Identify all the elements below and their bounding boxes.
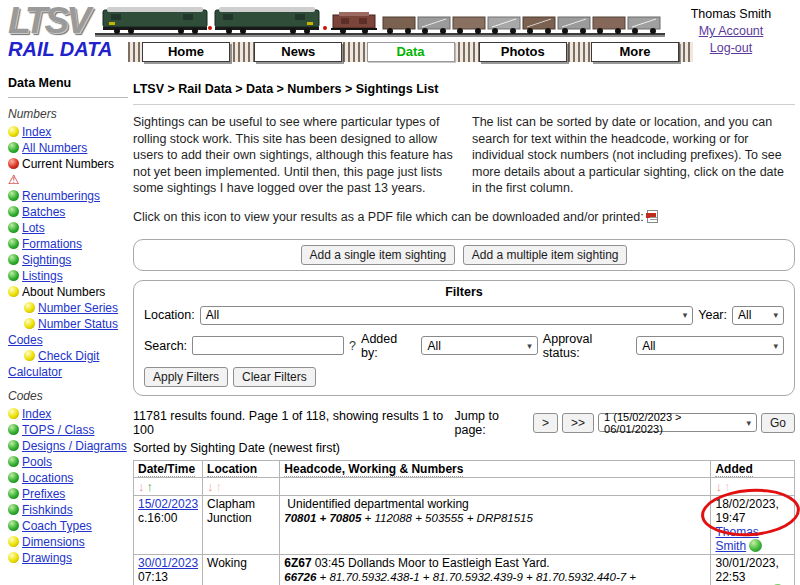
tab-data[interactable]: Data <box>367 42 455 62</box>
added-by-select[interactable]: All▾ <box>421 336 537 355</box>
sort-controls-row: ↓↑ ↓↑ ↓↑ <box>134 477 795 495</box>
breadcrumb-divider <box>133 104 795 105</box>
sidebar-item-listings[interactable]: Listings <box>8 268 128 284</box>
stock-numbers: + 112088 + 503555 + DRP81515 <box>361 512 532 524</box>
stock-numbers-bold: 70801 + 70805 <box>284 512 361 524</box>
sighting-location: Clapham Junction <box>203 495 280 554</box>
status-dot-green-icon <box>8 440 19 451</box>
tab-more[interactable]: More <box>591 42 679 62</box>
table-row: 30/01/2023 07:13 Woking 6Z6703:45 Dollan… <box>134 554 795 585</box>
sighting-location: Woking <box>203 554 280 585</box>
status-dot-yellow-icon <box>8 552 19 563</box>
col-header-added: Added <box>715 462 752 477</box>
chevron-down-icon: ▾ <box>527 341 532 351</box>
logout-link[interactable]: Log-out <box>676 40 786 57</box>
tab-home[interactable]: Home <box>142 42 230 62</box>
approval-status-select[interactable]: All▾ <box>636 336 784 355</box>
my-account-link[interactable]: My Account <box>676 23 786 40</box>
sidebar-item-check-digit-calculator[interactable]: Check Digit Calculator <box>8 348 128 380</box>
status-dot-green-icon <box>8 472 19 483</box>
sort-date-asc-icon[interactable]: ↑ <box>147 479 156 494</box>
search-input[interactable] <box>192 336 344 355</box>
tab-news[interactable]: News <box>254 42 342 62</box>
sidebar-item-drawings[interactable]: Drawings <box>8 550 128 566</box>
user-name: Thomas Smith <box>676 6 786 23</box>
apply-filters-button[interactable]: Apply Filters <box>144 367 228 387</box>
go-button[interactable]: Go <box>761 413 795 433</box>
sightings-table: Date/Time Location Headcode, Working & N… <box>133 460 795 585</box>
sidebar-item-renumberings[interactable]: Renumberings <box>8 188 128 204</box>
sidebar-item-index[interactable]: Index <box>8 124 128 140</box>
sort-location-asc-icon[interactable]: ↑ <box>216 479 225 494</box>
sidebar-item-pools[interactable]: Pools <box>8 454 128 470</box>
warning-icon: ⚠ <box>8 172 128 188</box>
table-header-row: Date/Time Location Headcode, Working & N… <box>134 460 795 477</box>
status-dot-green-icon <box>8 488 19 499</box>
trains-illustration <box>95 4 665 38</box>
location-label: Location: <box>144 308 195 322</box>
user-box: Thomas Smith My Account Log-out <box>676 6 786 57</box>
page: LTSV RAIL DATA <box>0 0 800 585</box>
status-dot-green-icon <box>8 206 19 217</box>
breadcrumb: LTSV > Rail Data > Data > Numbers > Sigh… <box>133 82 795 96</box>
last-page-button[interactable]: >> <box>562 413 594 433</box>
sidebar-item-codes-index[interactable]: Index <box>8 406 128 422</box>
year-label: Year: <box>698 308 727 322</box>
status-dot-green-icon <box>8 456 19 467</box>
year-select[interactable]: All▾ <box>732 306 784 325</box>
approval-status-icon[interactable] <box>749 539 762 552</box>
sidebar-item-batches[interactable]: Batches <box>8 204 128 220</box>
sidebar-item-lots[interactable]: Lots <box>8 220 128 236</box>
sidebar-item-current-numbers: Current Numbers <box>8 156 128 172</box>
headcode: 6Z67 <box>284 556 311 570</box>
sidebar-item-prefixes[interactable]: Prefixes <box>8 486 128 502</box>
page-select[interactable]: 1 (15/02/2023 > 06/01/2023)▾ <box>598 413 757 432</box>
sighting-date-link[interactable]: 30/01/2023 <box>138 556 198 570</box>
sidebar-item-formations[interactable]: Formations <box>8 236 128 252</box>
sidebar-section-numbers: Numbers <box>8 107 128 121</box>
status-dot-green-icon <box>8 238 19 249</box>
status-dot-green-icon <box>8 424 19 435</box>
chevron-down-icon: ▾ <box>773 310 778 320</box>
intro-left: Sightings can be useful to see where par… <box>133 114 456 197</box>
sidebar-item-locations[interactable]: Locations <box>8 470 128 486</box>
sidebar-item-number-series[interactable]: Number Series <box>8 300 128 316</box>
sighting-date-link[interactable]: 15/02/2023 <box>138 497 198 511</box>
sort-date-desc-icon[interactable]: ↓ <box>138 479 147 494</box>
add-multiple-sighting-button[interactable]: Add a multiple item sighting <box>463 245 628 265</box>
sidebar-item-sightings[interactable]: Sightings <box>8 252 128 268</box>
location-select[interactable]: All▾ <box>200 306 694 325</box>
pdf-icon[interactable] <box>647 210 658 223</box>
logo-subtitle: RAIL DATA <box>8 38 130 61</box>
sidebar-item-coach-types[interactable]: Coach Types <box>8 518 128 534</box>
sidebar-item-tops-class[interactable]: TOPS / Class <box>8 422 128 438</box>
next-page-button[interactable]: > <box>533 413 558 433</box>
add-single-sighting-button[interactable]: Add a single item sighting <box>301 245 456 265</box>
stock-numbers: + 81.70.5932.438-1 + 81.70.5932.439-9 + … <box>284 571 694 585</box>
sort-added-asc-icon[interactable]: ↑ <box>724 479 733 494</box>
clear-filters-button[interactable]: Clear Filters <box>233 367 316 387</box>
sidebar-item-dimensions[interactable]: Dimensions <box>8 534 128 550</box>
pagination: Jump to page: > >> 1 (15/02/2023 > 06/01… <box>455 409 796 437</box>
chevron-down-icon: ▾ <box>773 341 778 351</box>
sort-location-desc-icon[interactable]: ↓ <box>207 479 216 494</box>
col-header-headcode: Headcode, Working & Numbers <box>284 462 463 477</box>
sidebar-item-designs-diagrams[interactable]: Designs / Diagrams <box>8 438 128 454</box>
sidebar-item-fishkinds[interactable]: Fishkinds <box>8 502 128 518</box>
sidebar-item-number-status-codes[interactable]: Number Status Codes <box>8 316 128 348</box>
sidebar-item-all-numbers[interactable]: All Numbers <box>8 140 128 156</box>
status-dot-red-icon <box>8 158 19 169</box>
chevron-down-icon: ▾ <box>746 418 751 428</box>
added-timestamp: 30/01/2023, 22:53 <box>715 556 778 584</box>
col-header-date-time: Date/Time <box>138 462 195 477</box>
main-nav: Home News Data Photos More <box>128 42 693 62</box>
results-summary: 11781 results found. Page 1 of 118, show… <box>133 409 455 437</box>
search-help[interactable]: ? <box>349 339 356 353</box>
chevron-down-icon: ▾ <box>683 310 688 320</box>
status-dot-green-icon <box>8 270 19 281</box>
tab-photos[interactable]: Photos <box>479 42 567 62</box>
status-dot-green-icon <box>8 520 19 531</box>
status-dot-yellow-icon <box>8 408 19 419</box>
status-dot-yellow-icon <box>8 286 19 297</box>
sort-added-desc-icon[interactable]: ↓ <box>715 479 724 494</box>
